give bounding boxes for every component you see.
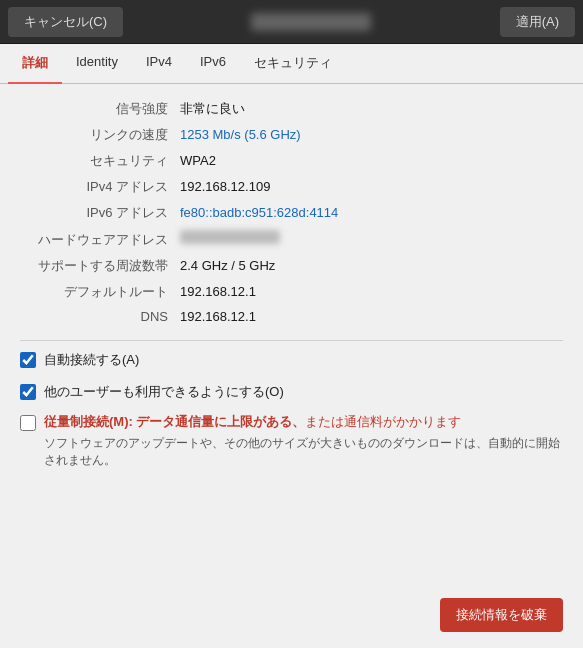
link-speed-label: リンクの速度 <box>20 126 180 144</box>
window-title-blur <box>251 13 371 31</box>
hw-row: ハードウェアアドレス <box>20 230 563 249</box>
auto-connect-checkbox[interactable] <box>20 352 36 368</box>
security-value: WPA2 <box>180 153 216 168</box>
signal-value: 非常に良い <box>180 100 245 118</box>
default-route-label: デフォルトルート <box>20 283 180 301</box>
link-speed-row: リンクの速度 1253 Mb/s (5.6 GHz) <box>20 126 563 144</box>
ipv6-value: fe80::badb:c951:628d:4114 <box>180 205 338 220</box>
tab-ipv6[interactable]: IPv6 <box>186 44 240 84</box>
dns-label: DNS <box>20 309 180 324</box>
default-route-value: 192.168.12.1 <box>180 284 256 299</box>
metered-description: ソフトウェアのアップデートや、その他のサイズが大きいもののダウンロードは、自動的… <box>44 435 563 470</box>
ipv4-value: 192.168.12.109 <box>180 179 270 194</box>
other-users-label[interactable]: 他のユーザーも利用できるようにする(O) <box>44 383 284 401</box>
info-table: 信号強度 非常に良い リンクの速度 1253 Mb/s (5.6 GHz) セキ… <box>20 100 563 324</box>
default-route-row: デフォルトルート 192.168.12.1 <box>20 283 563 301</box>
titlebar: キャンセル(C) 適用(A) <box>0 0 583 44</box>
link-speed-value: 1253 Mb/s (5.6 GHz) <box>180 127 301 142</box>
apply-button[interactable]: 適用(A) <box>500 7 575 37</box>
security-label: セキュリティ <box>20 152 180 170</box>
auto-connect-row: 自動接続する(A) <box>20 349 563 371</box>
metered-title-rest: または通信料がかかります <box>305 414 461 429</box>
signal-label: 信号強度 <box>20 100 180 118</box>
metered-title[interactable]: 従量制接続(M): データ通信量に上限がある、または通信料がかかります <box>44 413 461 431</box>
metered-section: 従量制接続(M): データ通信量に上限がある、または通信料がかかります ソフトウ… <box>20 413 563 470</box>
security-row: セキュリティ WPA2 <box>20 152 563 170</box>
freq-value: 2.4 GHz / 5 GHz <box>180 258 275 273</box>
other-users-checkbox[interactable] <box>20 384 36 400</box>
metered-header: 従量制接続(M): データ通信量に上限がある、または通信料がかかります <box>20 413 563 431</box>
delete-connection-button[interactable]: 接続情報を破棄 <box>440 598 563 632</box>
tab-ipv4[interactable]: IPv4 <box>132 44 186 84</box>
freq-row: サポートする周波数帯 2.4 GHz / 5 GHz <box>20 257 563 275</box>
footer: 接続情報を破棄 <box>0 590 583 648</box>
ipv4-label: IPv4 アドレス <box>20 178 180 196</box>
metered-checkbox[interactable] <box>20 415 36 431</box>
tab-bar: 詳細 Identity IPv4 IPv6 セキュリティ <box>0 44 583 84</box>
tab-identity[interactable]: Identity <box>62 44 132 84</box>
dns-row: DNS 192.168.12.1 <box>20 309 563 324</box>
signal-row: 信号強度 非常に良い <box>20 100 563 118</box>
hw-label: ハードウェアアドレス <box>20 231 180 249</box>
dns-value: 192.168.12.1 <box>180 309 256 324</box>
tab-details[interactable]: 詳細 <box>8 44 62 84</box>
metered-title-bold: 従量制接続(M): データ通信量に上限がある、 <box>44 414 305 429</box>
main-content: 詳細 Identity IPv4 IPv6 セキュリティ 信号強度 非常に良い … <box>0 44 583 648</box>
ipv6-label: IPv6 アドレス <box>20 204 180 222</box>
cancel-button[interactable]: キャンセル(C) <box>8 7 123 37</box>
divider <box>20 340 563 341</box>
ipv6-row: IPv6 アドレス fe80::badb:c951:628d:4114 <box>20 204 563 222</box>
other-users-row: 他のユーザーも利用できるようにする(O) <box>20 381 563 403</box>
details-content: 信号強度 非常に良い リンクの速度 1253 Mb/s (5.6 GHz) セキ… <box>0 84 583 590</box>
tab-security[interactable]: セキュリティ <box>240 44 346 84</box>
freq-label: サポートする周波数帯 <box>20 257 180 275</box>
hw-value-blur <box>180 230 280 244</box>
auto-connect-label[interactable]: 自動接続する(A) <box>44 351 139 369</box>
ipv4-row: IPv4 アドレス 192.168.12.109 <box>20 178 563 196</box>
